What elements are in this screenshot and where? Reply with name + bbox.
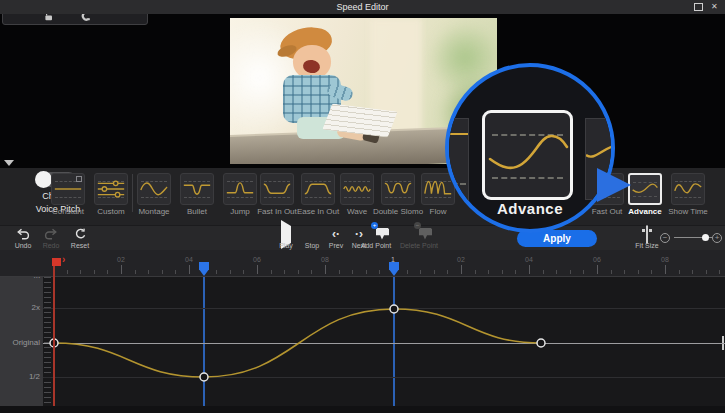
ruler-tick	[352, 270, 353, 274]
ruler-tick	[583, 270, 584, 274]
axis-label-4x: 4x	[0, 277, 40, 280]
fast-in-out-curve-icon	[261, 174, 293, 204]
ruler-tick	[679, 270, 680, 274]
undo-button[interactable]: Undo	[8, 228, 38, 249]
preset-tile-constant[interactable]	[51, 173, 85, 205]
ruler-tick	[638, 270, 639, 274]
delete-point-icon: −	[396, 228, 442, 241]
add-point-button[interactable]: + Add Point	[356, 228, 396, 249]
panel-expander-triangle-icon[interactable]	[4, 160, 14, 166]
preset-tile-ease-in-out[interactable]	[301, 173, 335, 205]
preset-label: Flow	[409, 207, 467, 216]
video-preview-panel	[0, 14, 725, 168]
ruler-tick	[543, 270, 544, 274]
preset-label: Show Time	[659, 207, 717, 216]
ruler-label: 02	[453, 256, 469, 263]
preset-tile-double-slomo[interactable]	[381, 173, 415, 205]
playhead-chevron-icon: ›	[62, 254, 65, 265]
preset-tile-fast-in-out[interactable]	[260, 173, 294, 205]
playhead-line[interactable]	[53, 258, 55, 406]
bottom-strip	[0, 406, 725, 413]
flow-curve-icon	[422, 174, 454, 204]
vertical-tick-strip	[44, 277, 51, 406]
redo-button[interactable]: Redo	[36, 228, 66, 249]
zoom-in-icon[interactable]: +	[712, 233, 722, 243]
custom-curve-icon	[95, 174, 127, 204]
ruler-tick	[611, 270, 612, 274]
speed-presets-panel: Change Voice Pitch ConstantCustomMontage…	[0, 168, 725, 225]
ruler-tick	[488, 270, 489, 274]
ruler-label: 08	[657, 256, 673, 263]
speed-axis-sidebar: 4x2xOriginal1/2	[0, 277, 43, 406]
ruler-tick	[175, 270, 176, 274]
preset-tile-advance[interactable]	[628, 173, 662, 205]
add-point-icon: +	[356, 228, 396, 241]
close-icon[interactable]: ✕	[711, 3, 718, 11]
ruler-label: 02	[113, 256, 129, 263]
child-figure	[275, 23, 405, 159]
preset-tile-show-time[interactable]	[671, 173, 705, 205]
ruler-tick	[94, 270, 95, 274]
ruler-tick	[80, 270, 81, 274]
ruler-tick	[216, 270, 217, 274]
preset-tile-wave[interactable]	[340, 173, 374, 205]
ruler-tick	[407, 270, 408, 274]
ruler-tick	[420, 270, 421, 274]
ruler-tick	[298, 270, 299, 274]
ruler-tick	[692, 270, 693, 274]
ruler-tick	[257, 265, 258, 274]
delete-point-button[interactable]: − Delete Point	[396, 228, 442, 249]
ruler-tick	[243, 270, 244, 274]
zoom-slider[interactable]: − +	[660, 232, 722, 244]
fit-size-icon	[632, 228, 662, 241]
ruler-tick	[556, 270, 557, 274]
maximize-icon[interactable]	[694, 3, 703, 11]
ruler-tick	[271, 270, 272, 274]
ruler-tick	[284, 270, 285, 274]
timeline-ruler[interactable]: 02040608102040608	[0, 250, 725, 277]
toolbar: Undo Redo Reset Play Stop ‹· Prev ·› Nex…	[0, 225, 725, 250]
preset-tile-custom[interactable]	[94, 173, 128, 205]
ruler-tick	[502, 270, 503, 274]
montage-curve-icon	[138, 174, 170, 204]
ruler-label: 06	[249, 256, 265, 263]
reset-icon	[64, 228, 96, 241]
ease-in-out-curve-icon	[302, 174, 334, 204]
axis-label-2x: 2x	[0, 303, 40, 312]
neighbor-curve-segment	[446, 133, 468, 135]
ruler-label: 1	[385, 256, 401, 263]
speed-curve-plot[interactable]	[43, 277, 725, 406]
preset-tile-montage[interactable]	[137, 173, 171, 205]
constant-curve-icon	[52, 174, 84, 204]
ruler-tick	[379, 270, 380, 274]
preset-tile-jump[interactable]	[223, 173, 257, 205]
slider-handle[interactable]	[702, 234, 709, 241]
ruler-tick	[447, 270, 448, 274]
ruler-tick	[148, 270, 149, 274]
axis-label-1-2: 1/2	[0, 372, 40, 381]
ruler-tick	[570, 270, 571, 274]
axis-label-original: Original	[0, 338, 40, 347]
ruler-tick	[434, 270, 435, 274]
reset-button[interactable]: Reset	[64, 228, 96, 249]
gridline-1-2	[43, 377, 725, 378]
fit-size-button[interactable]: Fit Size	[632, 228, 662, 249]
ruler-tick	[121, 265, 122, 274]
window-title: Speed Editor	[0, 0, 725, 14]
ruler-tick	[230, 270, 231, 274]
magnifier-callout: Advance	[445, 63, 615, 233]
keyframe-line	[393, 277, 395, 406]
ruler-label: 08	[317, 256, 333, 263]
ruler-tick	[651, 270, 652, 274]
preset-tile-bullet[interactable]	[180, 173, 214, 205]
ruler-tick	[135, 270, 136, 274]
ruler-tick	[366, 270, 367, 274]
playhead-handle[interactable]	[52, 258, 61, 266]
speed-editor-window: Speed Editor ✕	[0, 0, 725, 413]
ruler-tick	[624, 270, 625, 274]
ruler-tick	[475, 270, 476, 274]
advance-curve-icon	[630, 175, 660, 203]
zoom-out-icon[interactable]: −	[660, 233, 670, 243]
ruler-label: 06	[589, 256, 605, 263]
title-bar: Speed Editor ✕	[0, 0, 725, 14]
